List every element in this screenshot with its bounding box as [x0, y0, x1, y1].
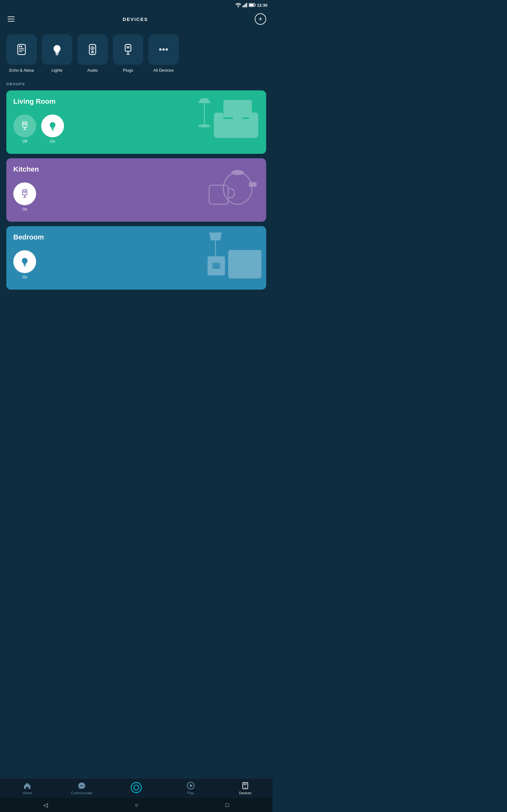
svg-rect-4 — [246, 3, 247, 7]
device-label-bulb-on: On — [50, 139, 55, 144]
group-name-kitchen: Kitchen — [13, 165, 259, 173]
svg-rect-40 — [52, 130, 54, 130]
svg-rect-3 — [245, 4, 246, 7]
device-plug-on[interactable]: On — [13, 183, 36, 212]
bulb-on-bedroom-icon — [19, 256, 30, 267]
svg-point-0 — [238, 6, 239, 7]
svg-rect-38 — [23, 123, 24, 125]
svg-point-18 — [92, 48, 93, 49]
plug-on-icon — [19, 189, 30, 199]
svg-rect-41 — [52, 131, 54, 131]
more-icon — [157, 43, 170, 56]
svg-point-20 — [92, 52, 93, 52]
category-label-plugs: Plugs — [123, 68, 133, 72]
status-bar: 12:30 — [0, 0, 273, 10]
svg-rect-14 — [55, 54, 59, 54]
svg-rect-10 — [21, 46, 22, 47]
group-card-living-room[interactable]: Living Room — [6, 90, 266, 154]
category-label-all: All Devices — [153, 68, 174, 72]
categories-row: Echo & Alexa Lights Audio — [0, 28, 273, 76]
svg-rect-7 — [249, 4, 253, 6]
battery-icon — [249, 3, 256, 7]
svg-rect-1 — [242, 6, 243, 7]
groups-section: GROUPS Living Room — [0, 76, 273, 297]
device-bulb-on-bedroom[interactable]: On — [13, 250, 36, 280]
top-bar: DEVICES + — [0, 10, 273, 28]
group-card-bedroom[interactable]: Bedroom — [6, 226, 266, 290]
category-audio[interactable]: Audio — [77, 34, 108, 72]
svg-rect-9 — [19, 46, 20, 47]
device-label-plug-off: Off — [22, 139, 27, 144]
wifi-icon — [235, 3, 241, 7]
svg-point-25 — [163, 49, 165, 51]
device-plug-off[interactable]: Off — [13, 114, 36, 144]
svg-rect-6 — [255, 4, 256, 6]
svg-rect-22 — [127, 46, 128, 49]
group-name-living-room: Living Room — [13, 97, 259, 106]
group-devices-kitchen: On — [13, 183, 259, 212]
category-label-echo: Echo & Alexa — [9, 68, 34, 72]
category-label-audio: Audio — [87, 68, 98, 72]
svg-rect-13 — [19, 51, 22, 52]
audio-icon — [86, 43, 100, 56]
category-all-devices[interactable]: All Devices — [148, 34, 179, 72]
category-plugs[interactable]: Plugs — [113, 34, 143, 72]
svg-rect-47 — [23, 191, 24, 193]
group-name-bedroom: Bedroom — [13, 233, 259, 241]
svg-rect-48 — [25, 191, 26, 193]
groups-title: GROUPS — [6, 82, 266, 86]
svg-point-26 — [166, 49, 168, 51]
bulb-on-icon — [47, 120, 58, 131]
category-label-lights: Lights — [52, 68, 63, 72]
plugs-icon — [121, 43, 135, 56]
device-label-bulb-on-bedroom: On — [22, 275, 27, 280]
signal-icon — [242, 3, 247, 7]
status-time: 12:30 — [257, 3, 268, 8]
group-devices-bedroom: On — [13, 250, 259, 280]
svg-rect-11 — [19, 48, 24, 49]
category-echo-alexa[interactable]: Echo & Alexa — [6, 34, 37, 72]
plug-off-icon — [19, 120, 30, 131]
svg-rect-39 — [25, 123, 26, 125]
device-bulb-on[interactable]: On — [41, 114, 64, 144]
category-lights[interactable]: Lights — [42, 34, 72, 72]
svg-rect-2 — [244, 5, 245, 7]
svg-rect-12 — [19, 50, 24, 50]
echo-icon — [14, 43, 29, 56]
svg-rect-59 — [24, 266, 26, 267]
page-title: DEVICES — [123, 16, 148, 22]
add-button[interactable]: + — [255, 13, 266, 25]
svg-point-24 — [159, 49, 162, 51]
svg-rect-58 — [24, 265, 26, 266]
svg-rect-21 — [125, 44, 131, 51]
status-icons: 12:30 — [235, 3, 268, 8]
device-label-plug-on: On — [22, 207, 27, 212]
svg-rect-15 — [56, 55, 58, 55]
svg-rect-23 — [128, 46, 129, 49]
menu-button[interactable] — [6, 15, 16, 23]
group-devices-living-room: Off On — [13, 114, 259, 144]
lights-icon — [50, 43, 64, 56]
svg-rect-37 — [22, 122, 27, 127]
group-card-kitchen[interactable]: Kitchen — [6, 158, 266, 222]
svg-rect-46 — [22, 190, 27, 195]
